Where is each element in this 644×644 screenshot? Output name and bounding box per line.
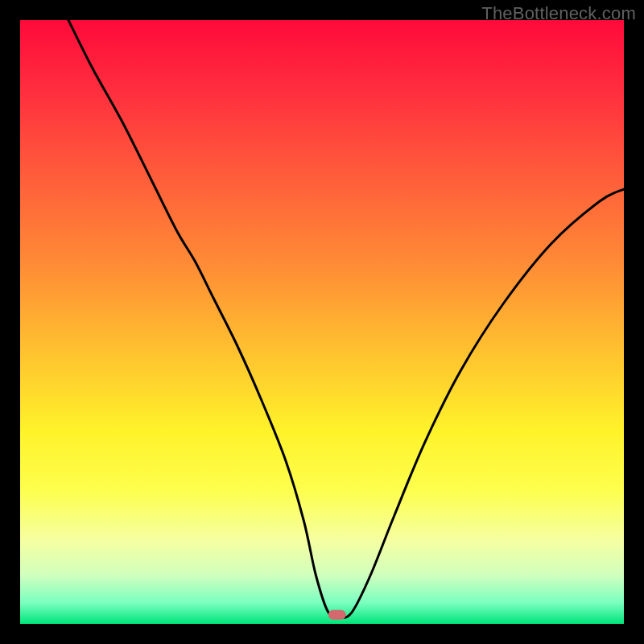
watermark-text: TheBottleneck.com bbox=[481, 3, 636, 24]
plot-area bbox=[20, 20, 624, 624]
optimum-marker bbox=[328, 610, 346, 620]
gradient-background bbox=[20, 20, 624, 624]
chart-frame: TheBottleneck.com bbox=[0, 0, 644, 644]
plot-svg bbox=[20, 20, 624, 624]
